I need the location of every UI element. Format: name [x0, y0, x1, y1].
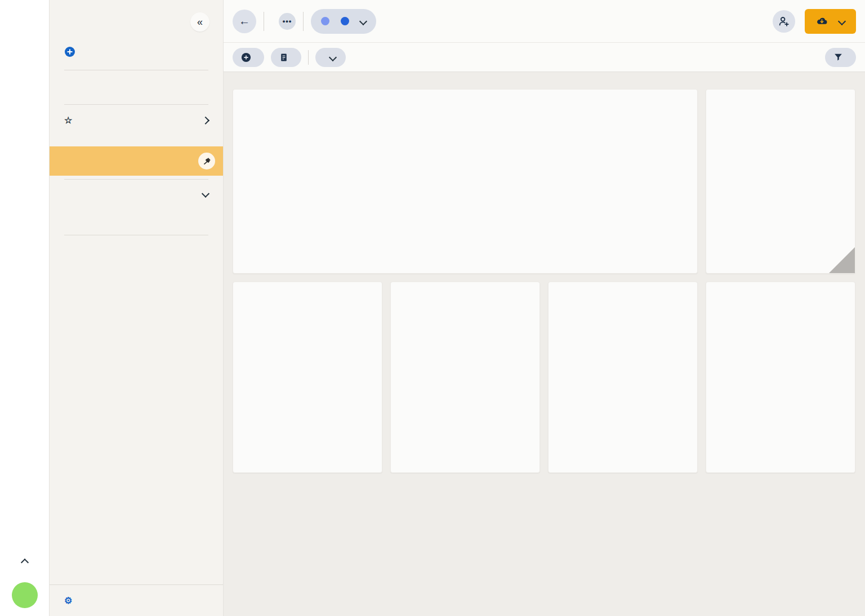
- create-report-button[interactable]: [50, 37, 223, 66]
- sidebar-item-active-report[interactable]: [50, 146, 223, 176]
- sidebar-item-competitive-analysis[interactable]: [50, 218, 223, 231]
- gear-icon: ⚙: [64, 595, 72, 606]
- traffic-by-page-card: [233, 282, 382, 473]
- report-canvas: [224, 72, 865, 616]
- audience-age-area-chart: [549, 295, 697, 436]
- traffic-donut-chart: [233, 295, 382, 408]
- mention-count-card: [233, 89, 698, 274]
- date-range-1-dot-icon: [321, 17, 329, 25]
- warning-triangle-icon[interactable]: [829, 247, 855, 273]
- sidebar-collapse-button[interactable]: «: [190, 12, 209, 32]
- posts-bar-chart: [391, 294, 539, 457]
- sidebar-item-all-reports[interactable]: [50, 87, 223, 101]
- date-range-2-dot-icon: [341, 17, 349, 25]
- analytic-settings-button[interactable]: ⚙: [50, 584, 223, 616]
- chevron-down-icon: [329, 53, 337, 61]
- mention-count-line-chart: [233, 101, 698, 251]
- report-toolbar: [224, 43, 865, 72]
- add-metric-button[interactable]: [233, 48, 264, 67]
- audience-age-card: [548, 282, 698, 473]
- filters-button[interactable]: [825, 48, 856, 67]
- analytics-sidebar: « ☆ ⚙: [50, 0, 224, 616]
- report-topbar: ← •••: [224, 0, 865, 43]
- back-button[interactable]: ←: [233, 10, 256, 33]
- add-note-button[interactable]: [271, 48, 301, 67]
- export-button[interactable]: [805, 9, 856, 34]
- share-report-button[interactable]: [773, 10, 795, 33]
- fans-by-page-card: [706, 282, 855, 473]
- date-range-selector[interactable]: [311, 9, 376, 34]
- sidebar-item-industry[interactable]: [50, 204, 223, 218]
- plus-circle-icon: [64, 46, 75, 57]
- select-social-accounts-dropdown[interactable]: [315, 48, 346, 67]
- cloud-download-icon: [816, 15, 828, 27]
- more-options-button[interactable]: •••: [279, 13, 296, 30]
- sidebar-item-inbound-engagement[interactable]: [50, 133, 223, 146]
- filter-funnel-icon: [833, 52, 843, 62]
- note-icon: [279, 53, 288, 62]
- chevron-down-icon: [359, 17, 367, 25]
- chevron-down-icon: [202, 190, 209, 198]
- star-icon: ☆: [64, 116, 73, 125]
- posts-bar-card: [390, 282, 540, 473]
- chevron-down-icon: [838, 17, 846, 25]
- benchmarking-section[interactable]: [50, 183, 223, 204]
- avatar[interactable]: [12, 582, 38, 608]
- sidebar-item-welcome[interactable]: [50, 74, 223, 87]
- rail-collapse-button[interactable]: [22, 557, 28, 568]
- pin-icon[interactable]: [198, 153, 215, 169]
- chevron-up-icon: [20, 559, 28, 566]
- engagements-card: [706, 89, 855, 274]
- chevron-right-icon: [202, 117, 209, 124]
- plus-circle-icon: [241, 52, 251, 63]
- app-rail: [0, 0, 50, 616]
- favorite-reports-section[interactable]: ☆: [50, 108, 223, 133]
- person-add-icon: [778, 15, 790, 28]
